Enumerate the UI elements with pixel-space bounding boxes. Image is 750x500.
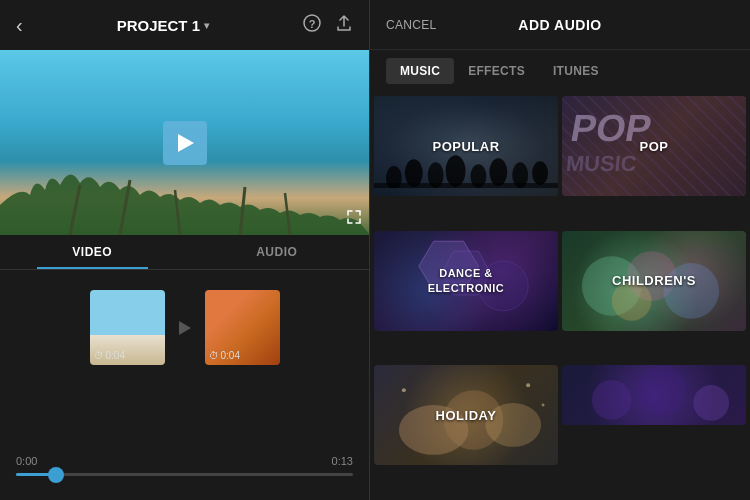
clip-1[interactable]: ⏱ 0:04 <box>90 290 165 365</box>
clip-1-duration: ⏱ 0:04 <box>94 350 125 361</box>
scrubber-start: 0:00 <box>16 455 37 467</box>
clip-2[interactable]: ⏱ 0:04 <box>205 290 280 365</box>
svg-point-15 <box>532 161 548 185</box>
scrubber-labels: 0:00 0:13 <box>16 455 353 467</box>
tab-music[interactable]: MUSIC <box>386 58 454 84</box>
genre-more[interactable] <box>562 365 746 425</box>
clips-row: ⏱ 0:04 ⏱ 0:04 <box>70 290 300 365</box>
scrubber-thumb[interactable] <box>48 467 64 483</box>
right-header: CANCEL ADD AUDIO <box>370 0 750 50</box>
chevron-down-icon: ▾ <box>204 20 209 31</box>
genre-dance[interactable]: DANCE &ELECTRONIC <box>374 231 558 331</box>
add-audio-title: ADD AUDIO <box>446 17 674 33</box>
svg-marker-7 <box>179 321 191 335</box>
right-panel: CANCEL ADD AUDIO MUSIC EFFECTS ITUNES <box>370 0 750 500</box>
timeline-area: ⏱ 0:04 ⏱ 0:04 0:00 0:13 <box>0 270 369 500</box>
cancel-button[interactable]: CANCEL <box>386 18 446 32</box>
tab-video[interactable]: VIDEO <box>0 235 185 269</box>
project-title-text: PROJECT 1 <box>117 17 200 34</box>
svg-rect-16 <box>374 183 558 188</box>
palm-trees-decoration <box>0 155 370 235</box>
genre-grid: POPULAR POP MUSIC POP DANCE &ELECTRONIC <box>370 92 750 500</box>
tab-effects[interactable]: EFFECTS <box>454 58 539 84</box>
left-header: ‹ PROJECT 1 ▾ ? <box>0 0 369 50</box>
genre-dance-label: DANCE &ELECTRONIC <box>420 266 513 295</box>
header-icons: ? <box>303 14 353 36</box>
svg-point-32 <box>592 380 632 420</box>
play-button[interactable] <box>163 121 207 165</box>
svg-point-34 <box>693 385 729 421</box>
play-icon <box>178 134 194 152</box>
more-art-svg <box>562 365 746 425</box>
svg-point-29 <box>402 388 406 392</box>
help-icon[interactable]: ? <box>303 14 321 36</box>
fullscreen-icon[interactable] <box>347 210 361 227</box>
genre-childrens[interactable]: CHILDREN'S <box>562 231 746 331</box>
scrubber-track[interactable] <box>16 473 353 476</box>
share-icon[interactable] <box>335 14 353 36</box>
genre-holiday[interactable]: HOLIDAY <box>374 365 558 465</box>
clock-icon-2: ⏱ <box>209 350 219 361</box>
svg-point-30 <box>526 384 530 388</box>
svg-text:?: ? <box>309 18 316 30</box>
svg-text:MUSIC: MUSIC <box>565 151 638 176</box>
video-audio-tabs: VIDEO AUDIO <box>0 235 369 270</box>
svg-point-13 <box>489 158 507 186</box>
scrubber-area: 0:00 0:13 <box>0 435 369 484</box>
video-preview <box>0 50 369 235</box>
back-button[interactable]: ‹ <box>16 14 23 37</box>
genre-popular-label: POPULAR <box>424 139 507 154</box>
clip-2-duration: ⏱ 0:04 <box>209 350 240 361</box>
genre-pop-label: POP <box>632 139 677 154</box>
clip-transition <box>173 316 197 340</box>
project-title[interactable]: PROJECT 1 ▾ <box>117 17 209 34</box>
genre-holiday-label: HOLIDAY <box>428 408 505 423</box>
genre-childrens-label: CHILDREN'S <box>604 273 704 288</box>
genre-popular[interactable]: POPULAR <box>374 96 558 196</box>
genre-pop[interactable]: POP MUSIC POP <box>562 96 746 196</box>
scrubber-end: 0:13 <box>332 455 353 467</box>
svg-point-24 <box>663 263 719 319</box>
tab-itunes[interactable]: ITUNES <box>539 58 613 84</box>
svg-point-9 <box>405 159 423 187</box>
left-panel: ‹ PROJECT 1 ▾ ? <box>0 0 370 500</box>
music-tabs: MUSIC EFFECTS ITUNES <box>370 50 750 92</box>
tab-audio[interactable]: AUDIO <box>185 235 370 269</box>
svg-point-31 <box>542 404 545 407</box>
svg-point-33 <box>637 365 687 415</box>
svg-point-11 <box>446 155 466 187</box>
clock-icon: ⏱ <box>94 350 104 361</box>
